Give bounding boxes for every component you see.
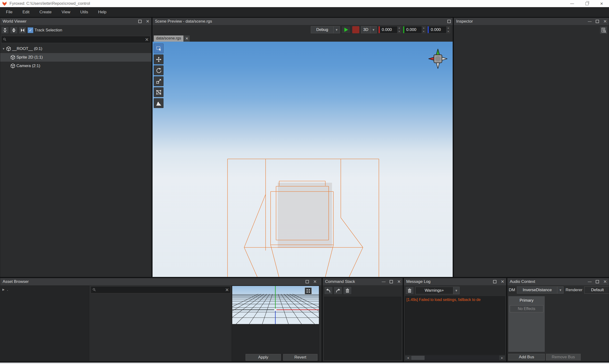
redo-button[interactable] xyxy=(334,286,342,295)
menu-utils[interactable]: Utils xyxy=(75,7,93,17)
spin-down-icon[interactable]: ▼ xyxy=(447,30,450,33)
navmesh-tool-button[interactable] xyxy=(154,87,163,97)
float-panel-icon[interactable] xyxy=(305,280,309,283)
expand-all-button[interactable] xyxy=(10,27,18,34)
window-minimize-button[interactable]: — xyxy=(565,0,580,7)
message-log-header: Message Log ✕ xyxy=(404,278,506,285)
close-icon[interactable]: ✕ xyxy=(313,280,317,284)
stop-button[interactable] xyxy=(352,26,359,33)
float-panel-icon[interactable] xyxy=(138,20,142,23)
chevron-down-icon[interactable]: ▼ xyxy=(2,47,6,51)
clear-search-icon[interactable]: ✕ xyxy=(145,37,149,42)
close-tab-icon[interactable]: ✕ xyxy=(184,36,190,42)
minimize-icon[interactable]: — xyxy=(588,280,591,284)
play-button[interactable] xyxy=(342,26,351,34)
coordinate-y-field[interactable]: 0.000 ▲ ▼ xyxy=(403,26,426,33)
clear-command-stack-button[interactable] xyxy=(343,286,352,295)
close-icon[interactable]: ✕ xyxy=(146,19,149,24)
menu-help[interactable]: Help xyxy=(93,7,111,17)
float-panel-icon[interactable] xyxy=(596,20,599,23)
distance-model-value: InverseDistance xyxy=(517,286,557,294)
coordinate-z-stepper[interactable]: ▲ ▼ xyxy=(446,26,450,33)
command-stack-header: Command Stack — ✕ xyxy=(323,278,403,285)
scene-preview-header: Scene Preview - data/scene.rgs xyxy=(153,18,453,25)
tree-node-camera[interactable]: Camera (2:1) xyxy=(0,62,151,70)
menu-file[interactable]: File xyxy=(1,7,17,17)
spin-down-icon[interactable]: ▼ xyxy=(397,30,401,33)
asset-root-folder[interactable]: ▶ . xyxy=(1,286,89,293)
revert-button[interactable]: Revert xyxy=(283,354,318,361)
window-close-button[interactable]: ✕ xyxy=(594,0,609,7)
world-viewer-panel: World Viewer ✕ ✓ Tr xyxy=(0,18,152,277)
inspect-document-button[interactable] xyxy=(600,26,607,34)
chevron-right-icon[interactable]: ▶ xyxy=(2,288,4,291)
asset-folder-tree: ▶ . xyxy=(1,286,89,361)
window-restore-button[interactable] xyxy=(580,0,594,7)
collapse-all-button[interactable] xyxy=(1,27,9,34)
inspector-panel: Inspector — ✕ xyxy=(454,18,609,277)
coordinate-z-field[interactable]: 0.000 ▲ ▼ xyxy=(427,26,450,33)
minimize-icon[interactable]: — xyxy=(588,20,591,23)
distance-model-dropdown[interactable]: InverseDistance ▼ xyxy=(517,286,564,294)
menu-view[interactable]: View xyxy=(57,7,75,17)
select-tool-button[interactable] xyxy=(154,43,163,53)
expand-preview-button[interactable] xyxy=(304,287,312,295)
float-panel-icon[interactable] xyxy=(493,280,496,283)
command-stack-list[interactable] xyxy=(324,297,401,360)
coordinate-x-field[interactable]: 0.000 ▲ ▼ xyxy=(378,26,401,33)
renderer-dropdown[interactable]: Default xyxy=(584,286,609,294)
dimension-mode-dropdown[interactable]: 3D ▼ xyxy=(361,26,377,33)
spin-up-icon[interactable]: ▲ xyxy=(447,26,450,30)
close-icon[interactable]: ✕ xyxy=(603,280,607,284)
spin-down-icon[interactable]: ▼ xyxy=(422,30,425,33)
severity-filter-dropdown[interactable]: Warnings+ ▼ xyxy=(415,287,460,294)
horizontal-scrollbar[interactable]: ◄ ► xyxy=(405,355,505,360)
tab-scene-rgs[interactable]: data/scene.rgs xyxy=(154,36,184,42)
undo-button[interactable] xyxy=(324,286,333,295)
add-bus-button[interactable]: Add Bus xyxy=(508,354,545,360)
clear-search-icon[interactable]: ✕ xyxy=(225,287,229,293)
asset-search-input[interactable] xyxy=(96,288,225,292)
select-icon xyxy=(156,45,162,52)
coordinate-x-stepper[interactable]: ▲ ▼ xyxy=(397,26,401,33)
coordinate-z-value: 0.000 xyxy=(429,26,446,33)
float-panel-icon[interactable] xyxy=(596,280,599,283)
rotate-tool-button[interactable] xyxy=(154,65,163,75)
menu-edit[interactable]: Edit xyxy=(17,7,34,17)
remove-bus-button[interactable]: Remove Bus xyxy=(546,354,581,360)
close-icon[interactable]: ✕ xyxy=(603,19,607,24)
float-panel-icon[interactable] xyxy=(390,280,393,283)
coordinate-y-stepper[interactable]: ▲ ▼ xyxy=(422,26,425,33)
audio-bus-primary[interactable]: Primary No Effects xyxy=(508,296,545,352)
scale-tool-button[interactable] xyxy=(154,76,163,86)
track-selection-checkbox[interactable]: ✓ xyxy=(28,27,33,33)
inspector-header: Inspector — ✕ xyxy=(454,18,609,25)
spin-up-icon[interactable]: ▲ xyxy=(397,26,401,30)
tree-node-root[interactable]: ▼ __ROOT__ (0:1) xyxy=(0,44,151,53)
orientation-gizmo[interactable] xyxy=(427,48,449,70)
scroll-right-icon[interactable]: ► xyxy=(499,355,505,360)
close-icon[interactable]: ✕ xyxy=(501,280,504,284)
close-icon[interactable]: ✕ xyxy=(397,280,401,284)
message-log-list[interactable]: [1.49s] Failed to load settings, fallbac… xyxy=(405,296,505,355)
fullscreen-arrows-icon xyxy=(306,289,310,293)
scroll-left-icon[interactable]: ◄ xyxy=(405,355,411,360)
apply-button[interactable]: Apply xyxy=(246,354,281,361)
collapse-to-selection-button[interactable] xyxy=(19,27,26,34)
scrollbar-thumb[interactable] xyxy=(411,356,424,360)
dimension-mode-value: 3D xyxy=(361,26,371,33)
scene-viewport[interactable] xyxy=(153,42,453,277)
search-input[interactable] xyxy=(7,37,145,42)
crossed-triangles-icon xyxy=(20,28,25,33)
play-icon xyxy=(344,27,349,32)
build-mode-dropdown[interactable]: Debug ▼ xyxy=(311,26,340,33)
minimize-icon[interactable]: — xyxy=(382,280,385,284)
spin-up-icon[interactable]: ▲ xyxy=(422,26,425,30)
terrain-tool-button[interactable] xyxy=(154,98,163,108)
trash-icon xyxy=(407,288,412,293)
tree-node-sprite2d[interactable]: Sprite 2D (1:1) xyxy=(0,53,151,62)
float-panel-icon[interactable] xyxy=(447,20,451,23)
clear-log-button[interactable] xyxy=(405,286,414,295)
move-tool-button[interactable] xyxy=(154,54,163,64)
menu-create[interactable]: Create xyxy=(35,7,57,17)
